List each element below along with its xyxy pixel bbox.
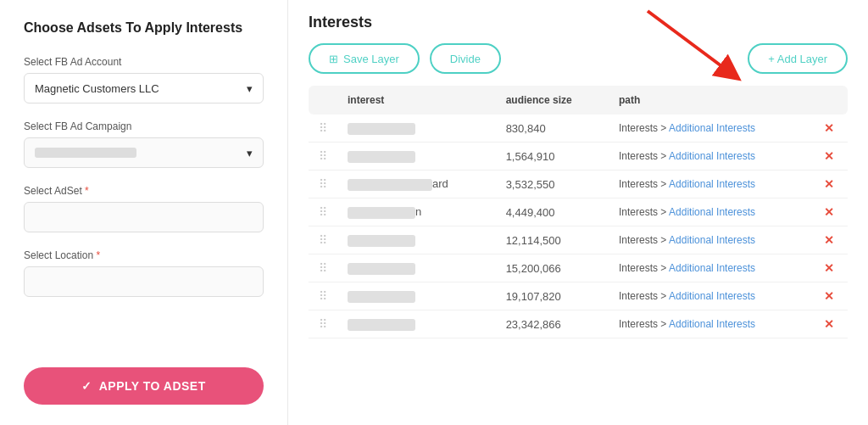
audience-size-cell: 12,114,500 [496,226,609,254]
delete-icon[interactable]: ✕ [824,289,834,303]
table-row: ⠿ 12,114,500Interests > Additional Inter… [309,226,848,254]
interests-table: interest audience size path ⠿ 830,840Int… [309,86,848,338]
location-group: Select Location * [24,249,264,297]
location-label: Select Location * [24,249,264,261]
delete-icon[interactable]: ✕ [824,149,834,163]
left-panel: Choose Adsets To Apply Interests Select … [0,0,288,425]
table-row: ⠿ 23,342,866Interests > Additional Inter… [309,310,848,338]
path-link[interactable]: Additional Interests [669,178,755,190]
drag-handle-icon[interactable]: ⠿ [319,177,327,191]
col-actions [814,86,848,115]
table-row: ⠿ 1,564,910Interests > Additional Intere… [309,143,848,171]
chevron-down-icon: ▾ [247,147,253,159]
drag-handle-icon[interactable]: ⠿ [319,149,327,163]
chevron-down-icon: ▾ [247,82,253,95]
fb-campaign-select-wrapper[interactable]: ▾ [24,137,264,168]
adset-group: Select AdSet * [24,185,264,232]
fb-campaign-select[interactable]: ▾ [24,137,264,168]
path-cell: Interests > Additional Interests [609,226,814,254]
audience-size-cell: 830,840 [496,115,609,143]
apply-to-adset-button[interactable]: ✓ APPLY TO ADSET [24,367,264,405]
left-panel-title: Choose Adsets To Apply Interests [24,20,264,36]
path-cell: Interests > Additional Interests [609,143,814,171]
delete-icon[interactable]: ✕ [824,177,834,191]
save-layer-button[interactable]: ⊞ Save Layer [309,43,420,74]
col-path: path [609,86,814,115]
drag-handle-icon[interactable]: ⠿ [319,205,327,219]
location-required-mark: * [96,249,100,261]
table-row: ⠿ 19,107,820Interests > Additional Inter… [309,282,848,310]
delete-icon[interactable]: ✕ [824,317,834,331]
drag-handle-icon[interactable]: ⠿ [319,289,327,303]
apply-btn-label: APPLY TO ADSET [99,379,206,393]
table-row: ⠿ ard3,532,550Interests > Additional Int… [309,171,848,199]
fb-campaign-value [35,148,136,158]
fb-ad-account-value: Magnetic Customers LLC [35,82,159,95]
adset-input[interactable] [24,202,264,232]
audience-size-cell: 23,342,866 [496,310,609,338]
interests-title: Interests [309,14,848,31]
location-input[interactable] [24,266,264,297]
audience-size-cell: 19,107,820 [496,282,609,310]
delete-icon[interactable]: ✕ [824,261,834,275]
delete-icon[interactable]: ✕ [824,121,834,135]
path-cell: Interests > Additional Interests [609,199,814,226]
adset-label: Select AdSet * [24,185,264,197]
path-cell: Interests > Additional Interests [609,310,814,338]
fb-ad-account-select[interactable]: Magnetic Customers LLC ▾ [24,73,264,103]
adset-required-mark: * [85,185,89,197]
fb-campaign-label: Select FB Ad Campaign [24,120,264,132]
fb-ad-account-label: Select FB Ad Account [24,56,264,68]
add-layer-label: + Add Layer [768,53,827,65]
fb-ad-account-select-wrapper[interactable]: Magnetic Customers LLC ▾ [24,73,264,103]
path-link[interactable]: Additional Interests [669,262,755,274]
fb-ad-account-group: Select FB Ad Account Magnetic Customers … [24,56,264,103]
col-audience-size: audience size [496,86,609,115]
audience-size-cell: 15,200,066 [496,254,609,282]
save-icon: ⊞ [329,53,338,65]
path-link[interactable]: Additional Interests [669,150,755,162]
path-link[interactable]: Additional Interests [669,206,755,218]
audience-size-cell: 4,449,400 [496,199,609,226]
interest-suffix: n [415,205,421,218]
col-interest: interest [337,86,496,115]
apply-checkmark-icon: ✓ [81,379,92,393]
fb-campaign-group: Select FB Ad Campaign ▾ [24,120,264,168]
path-link[interactable]: Additional Interests [669,290,755,302]
delete-icon[interactable]: ✕ [824,233,834,247]
path-cell: Interests > Additional Interests [609,171,814,199]
path-link[interactable]: Additional Interests [669,122,755,134]
interest-suffix: ard [432,177,448,190]
path-cell: Interests > Additional Interests [609,115,814,143]
path-cell: Interests > Additional Interests [609,282,814,310]
table-row: ⠿ n4,449,400Interests > Additional Inter… [309,199,848,226]
table-header-row: interest audience size path [309,86,848,115]
col-drag [309,86,337,115]
save-layer-label: Save Layer [343,53,399,65]
drag-handle-icon[interactable]: ⠿ [319,261,327,275]
action-buttons-row: ⊞ Save Layer Divide + Add Layer [309,43,848,74]
path-link[interactable]: Additional Interests [669,318,755,330]
add-layer-button[interactable]: + Add Layer [748,43,848,74]
path-cell: Interests > Additional Interests [609,254,814,282]
table-row: ⠿ 830,840Interests > Additional Interest… [309,115,848,143]
drag-handle-icon[interactable]: ⠿ [319,233,327,247]
table-row: ⠿ 15,200,066Interests > Additional Inter… [309,254,848,282]
divide-label: Divide [450,53,481,65]
audience-size-cell: 1,564,910 [496,143,609,171]
divide-button[interactable]: Divide [430,43,501,74]
delete-icon[interactable]: ✕ [824,205,834,219]
drag-handle-icon[interactable]: ⠿ [319,121,327,135]
drag-handle-icon[interactable]: ⠿ [319,317,327,331]
audience-size-cell: 3,532,550 [496,171,609,199]
right-panel: Interests ⊞ Save Layer Divide + Add Laye… [288,0,868,425]
path-link[interactable]: Additional Interests [669,234,755,246]
